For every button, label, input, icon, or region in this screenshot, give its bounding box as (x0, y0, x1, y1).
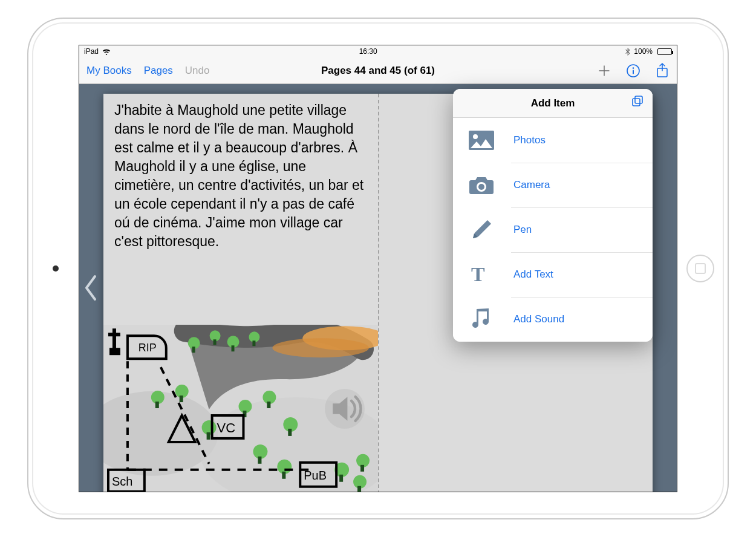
svg-rect-39 (109, 348, 120, 355)
svg-rect-38 (357, 486, 361, 492)
svg-rect-14 (232, 345, 235, 351)
svg-rect-12 (213, 339, 217, 345)
add-sound-row[interactable]: Add Sound (453, 297, 653, 342)
add-pen-row[interactable]: Pen (453, 207, 653, 252)
wifi-icon (102, 48, 111, 55)
my-books-button[interactable]: My Books (86, 65, 132, 77)
svg-rect-20 (180, 395, 183, 402)
drawing-label-vc: VC (217, 420, 235, 435)
camera-icon (466, 175, 497, 195)
pages-button[interactable]: Pages (144, 65, 173, 77)
svg-rect-16 (252, 340, 255, 346)
battery-pct: 100% (634, 47, 653, 56)
svg-rect-30 (258, 457, 261, 464)
svg-rect-18 (155, 402, 159, 408)
add-camera-label: Camera (513, 179, 550, 191)
svg-point-1 (633, 67, 634, 69)
svg-rect-2 (633, 70, 634, 74)
sound-marker[interactable] (325, 389, 365, 429)
drawing-label-pub: PuB (304, 469, 327, 482)
add-photos-row[interactable]: Photos (453, 118, 653, 163)
toolbar: My Books Pages Undo Pages 44 and 45 (of … (79, 57, 677, 84)
svg-rect-32 (282, 472, 285, 479)
undo-button: Undo (185, 65, 210, 77)
add-sound-label: Add Sound (513, 313, 564, 325)
svg-text:T: T (471, 264, 485, 285)
bluetooth-icon (625, 48, 630, 56)
svg-point-48 (478, 184, 484, 190)
popover-header: Add Item (453, 89, 653, 118)
add-pen-label: Pen (513, 224, 532, 236)
prev-page-button[interactable] (83, 274, 99, 302)
add-item-button[interactable] (597, 63, 611, 78)
svg-rect-28 (288, 429, 292, 436)
add-text-label: Add Text (513, 268, 553, 281)
svg-point-46 (473, 134, 478, 139)
add-camera-row[interactable]: Camera (453, 163, 653, 207)
add-text-row[interactable]: T Add Text (453, 252, 653, 297)
popover-title: Add Item (531, 97, 575, 109)
svg-rect-44 (635, 96, 642, 103)
page-drawing[interactable]: RIP VC (103, 325, 378, 492)
text-icon: T (466, 264, 497, 285)
svg-rect-10 (192, 347, 195, 353)
svg-rect-34 (339, 475, 343, 482)
sound-icon (466, 308, 497, 331)
svg-point-8 (272, 338, 369, 357)
info-button[interactable] (626, 63, 640, 78)
drawing-label-sch: Sch (112, 475, 132, 488)
svg-rect-36 (360, 465, 364, 472)
paste-button[interactable] (631, 95, 644, 111)
front-camera (53, 265, 59, 272)
status-bar: iPad 16:30 100% (79, 45, 677, 57)
page-text[interactable]: J'habite à Maughold une petite village d… (114, 101, 367, 251)
home-button[interactable] (686, 255, 714, 282)
add-item-popover: Add Item Photos Camera (453, 89, 653, 342)
left-page[interactable]: J'habite à Maughold une petite village d… (103, 94, 378, 492)
svg-rect-43 (633, 99, 640, 106)
drawing-label-rip: RIP (138, 342, 157, 354)
battery-icon (657, 48, 672, 55)
add-photos-label: Photos (513, 134, 546, 146)
tablet-frame: iPad 16:30 100% My Books Pages Undo Page… (27, 18, 729, 519)
screen: iPad 16:30 100% My Books Pages Undo Page… (79, 45, 677, 492)
svg-rect-22 (207, 432, 210, 440)
pen-icon (466, 218, 497, 242)
device-label: iPad (84, 47, 99, 56)
svg-rect-26 (267, 402, 270, 408)
photos-icon (466, 130, 497, 151)
clock: 16:30 (359, 47, 377, 56)
share-button[interactable] (655, 63, 670, 78)
